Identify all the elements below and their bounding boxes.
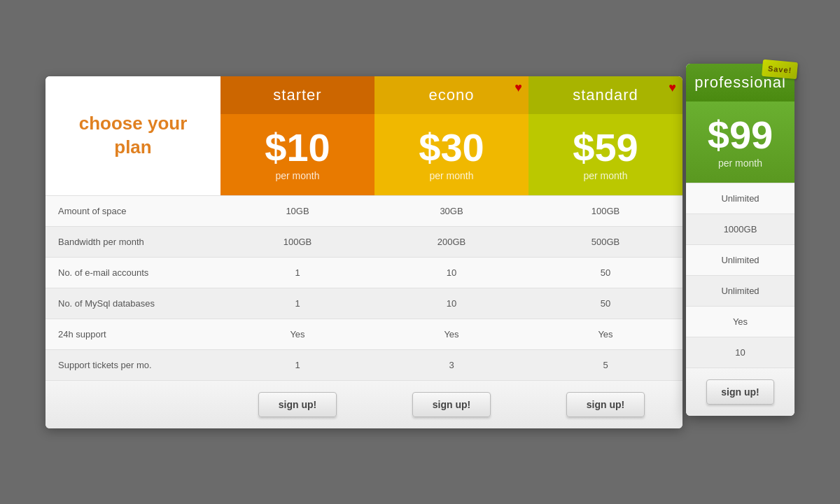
plan-header-standard: standard ♥ $59 per month — [528, 76, 682, 195]
header-row: choose your plan starter $10 per month e… — [46, 76, 682, 195]
econo-email: 10 — [374, 258, 528, 288]
starter-email: 1 — [220, 258, 374, 288]
econo-support: Yes — [374, 319, 528, 349]
starter-price-area: $10 per month — [220, 114, 374, 195]
pro-footer: sign up! — [686, 368, 794, 416]
pro-price: $99 — [693, 115, 788, 155]
starter-support: Yes — [220, 319, 374, 349]
econo-name-bar: econo ♥ — [374, 76, 528, 114]
footer-row: sign up! sign up! sign up! — [46, 380, 682, 428]
econo-mysql: 10 — [374, 288, 528, 318]
standard-price: $59 — [573, 128, 638, 167]
pro-price-area: $99 per month — [686, 102, 794, 183]
standard-space: 100GB — [528, 196, 682, 226]
pro-space: Unlimited — [686, 183, 794, 214]
econo-bandwidth: 200GB — [374, 227, 528, 257]
standard-bandwidth: 500GB — [528, 227, 682, 257]
standard-period: per month — [583, 170, 627, 181]
standard-email: 50 — [528, 258, 682, 288]
econo-price: $30 — [419, 128, 484, 167]
econo-tickets: 3 — [374, 350, 528, 380]
pro-name-bar: professional Save! — [686, 64, 794, 102]
pricing-wrapper: choose your plan starter $10 per month e… — [46, 76, 794, 428]
starter-period: per month — [275, 170, 319, 181]
econo-name: econo — [429, 86, 475, 104]
pro-mysql: Unlimited — [686, 275, 794, 306]
feature-rows: Amount of space 10GB 30GB 100GB Bandwidt… — [46, 195, 682, 380]
starter-name-bar: starter — [220, 76, 374, 114]
starter-tickets: 1 — [220, 350, 374, 380]
feature-label-bandwidth: Bandwidth per month — [46, 227, 220, 257]
pro-period: per month — [693, 158, 788, 169]
pro-email: Unlimited — [686, 244, 794, 275]
econo-price-area: $30 per month — [374, 114, 528, 195]
feature-label-email: No. of e-mail accounts — [46, 258, 220, 288]
econo-period: per month — [429, 170, 473, 181]
feature-label-space: Amount of space — [46, 196, 220, 226]
standard-support: Yes — [528, 319, 682, 349]
feature-label-tickets: Support tickets per mo. — [46, 350, 220, 380]
professional-card: professional Save! $99 per month Unlimit… — [686, 64, 794, 416]
save-badge: Save! — [762, 59, 798, 78]
starter-bandwidth: 100GB — [220, 227, 374, 257]
standard-heart-icon: ♥ — [668, 80, 677, 95]
starter-footer-cell: sign up! — [220, 392, 374, 417]
plan-header-econo: econo ♥ $30 per month — [374, 76, 528, 195]
standard-footer-cell: sign up! — [528, 392, 682, 417]
feature-label-mysql: No. of MySql databases — [46, 288, 220, 318]
pro-signup-button[interactable]: sign up! — [706, 379, 774, 405]
feature-row-support: 24h support Yes Yes Yes — [46, 318, 682, 349]
standard-signup-button[interactable]: sign up! — [566, 392, 645, 417]
feature-row-email: No. of e-mail accounts 1 10 50 — [46, 257, 682, 288]
starter-name: starter — [273, 86, 321, 104]
starter-price: $10 — [265, 128, 330, 167]
standard-name-bar: standard ♥ — [528, 76, 682, 114]
pro-support: Yes — [686, 306, 794, 337]
feature-row-bandwidth: Bandwidth per month 100GB 200GB 500GB — [46, 226, 682, 257]
pricing-table: choose your plan starter $10 per month e… — [46, 76, 682, 428]
choose-plan-text: choose your plan — [59, 112, 206, 160]
econo-space: 30GB — [374, 196, 528, 226]
feature-label-support: 24h support — [46, 319, 220, 349]
feature-row-mysql: No. of MySql databases 1 10 50 — [46, 288, 682, 318]
pro-bandwidth: 1000GB — [686, 214, 794, 244]
pro-feature-rows: Unlimited 1000GB Unlimited Unlimited Yes… — [686, 183, 794, 368]
pro-tickets: 10 — [686, 337, 794, 368]
econo-signup-button[interactable]: sign up! — [412, 392, 491, 417]
standard-name: standard — [573, 86, 638, 104]
econo-heart-icon: ♥ — [514, 80, 523, 95]
standard-tickets: 5 — [528, 350, 682, 380]
footer-label-empty — [46, 392, 220, 417]
feature-row-tickets: Support tickets per mo. 1 3 5 — [46, 349, 682, 380]
starter-signup-button[interactable]: sign up! — [258, 392, 337, 417]
feature-row-space: Amount of space 10GB 30GB 100GB — [46, 195, 682, 226]
plan-header-starter: starter $10 per month — [220, 76, 374, 195]
econo-footer-cell: sign up! — [374, 392, 528, 417]
standard-price-area: $59 per month — [528, 114, 682, 195]
header-label-cell: choose your plan — [46, 76, 220, 195]
starter-mysql: 1 — [220, 288, 374, 318]
starter-space: 10GB — [220, 196, 374, 226]
standard-mysql: 50 — [528, 288, 682, 318]
